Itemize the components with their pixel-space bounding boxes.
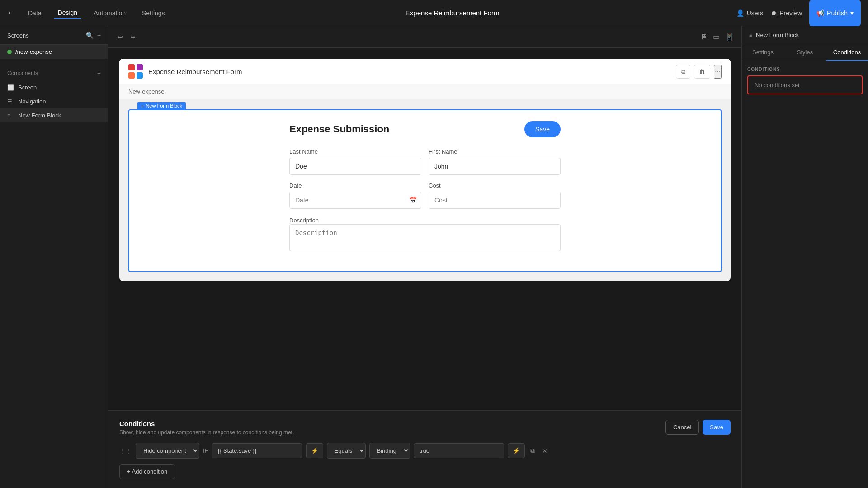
page-title: Expense Reimbursement Form [169,9,736,17]
component-label-icon: ≡ [141,103,144,108]
last-name-input[interactable] [289,158,421,175]
form-block-icon: ≡ [7,113,14,119]
logo-svg [128,64,143,79]
users-icon: 👤 [736,9,744,17]
condition-row: ⋮⋮ Hide component IF ⚡ Equals Binding ⚡ … [119,443,731,459]
search-button[interactable]: 🔍 [86,32,94,39]
date-input[interactable] [289,192,421,209]
description-label: Description [289,217,319,224]
condition-value-input[interactable] [414,443,504,458]
publish-button[interactable]: 📢 Publish ▾ [809,0,861,26]
canvas-area[interactable]: Expense Reimbursement Form ⧉ 🗑 ⋯ New-exp… [108,48,741,410]
svg-rect-3 [137,72,143,79]
form-save-button[interactable]: Save [524,121,561,137]
form-block[interactable]: Expense Submission Save Last Name First … [128,109,722,272]
tab-styles[interactable]: Styles [784,44,826,61]
sidebar-item-screen[interactable]: ⬜ Screen [0,80,108,94]
add-component-button[interactable]: + [97,70,101,77]
desktop-view-button[interactable]: 🖥 [700,33,708,41]
drag-handle[interactable]: ⋮⋮ [119,447,132,455]
navigation-icon: ☰ [7,99,14,105]
form-breadcrumb: New-expense [119,84,731,99]
undo-button[interactable]: ↩ [116,32,125,42]
components-title: Components [7,70,38,76]
form-logo: Expense Reimbursement Form [128,64,242,79]
cancel-conditions-button[interactable]: Cancel [665,420,699,435]
users-label: Users [747,9,764,17]
right-panel-title: New Form Block [756,32,799,38]
save-conditions-button[interactable]: Save [703,420,731,435]
add-screen-button[interactable]: + [97,32,101,39]
add-condition-button[interactable]: + Add condition [119,464,175,479]
tab-data[interactable]: Data [24,8,45,19]
conditions-section-label: CONDITIONS [747,67,863,72]
condition-binding-input[interactable] [212,443,302,458]
svg-rect-1 [137,64,143,70]
preview-icon: ⏺ [770,9,777,17]
svg-rect-0 [128,64,135,70]
no-conditions-box: No conditions set [747,75,863,94]
sidebar-navigation-label: Navigation [18,98,46,105]
tab-design[interactable]: Design [54,7,81,19]
screen-item[interactable]: /new-expense [0,45,108,59]
form-header-actions: ⧉ 🗑 ⋯ [676,65,722,79]
nav-left: ← Data Design Automation Settings [7,7,169,19]
conditions-header: Conditions Show, hide and update compone… [119,420,731,436]
first-name-label: First Name [429,148,561,155]
mobile-view-button[interactable]: 📱 [725,33,734,41]
sidebar-item-navigation[interactable]: ☰ Navigation [0,94,108,108]
form-preview: Expense Reimbursement Form ⧉ 🗑 ⋯ New-exp… [119,59,731,281]
field-first-name: First Name [429,148,561,175]
date-label: Date [289,182,421,189]
form-title: Expense Reimbursement Form [148,68,242,75]
right-conditions-section: CONDITIONS No conditions set [742,61,868,100]
delete-form-button[interactable]: 🗑 [694,65,710,79]
redo-button[interactable]: ↪ [128,32,137,42]
tablet-view-button[interactable]: ▭ [713,33,720,41]
component-label-text: New Form Block [146,103,182,108]
form-row-name: Last Name First Name [289,148,561,175]
more-options-button[interactable]: ⋯ [714,65,722,79]
description-input[interactable] [289,224,561,251]
tab-settings[interactable]: Settings [138,8,169,19]
toolbar-right: 🖥 ▭ 📱 [700,33,734,41]
preview-label: Preview [779,9,802,17]
condition-binding-type[interactable]: Binding [369,443,410,459]
toolbar-left: ↩ ↪ [116,32,137,42]
sidebar-screen-label: Screen [18,84,37,91]
duplicate-form-button[interactable]: ⧉ [676,65,690,79]
form-preview-container: Expense Reimbursement Form ⧉ 🗑 ⋯ New-exp… [119,59,731,281]
binding-lightning-button[interactable]: ⚡ [306,443,323,458]
value-lightning-button[interactable]: ⚡ [508,443,525,458]
conditions-panel: Conditions Show, hide and update compone… [108,410,741,488]
field-date: Date 📅 [289,182,421,209]
condition-action-select[interactable]: Hide component [136,443,199,459]
users-action[interactable]: 👤 Users [736,9,764,17]
copy-condition-button[interactable]: ⧉ [528,445,537,456]
cost-input[interactable] [429,192,561,209]
form-title-row: Expense Submission Save [289,121,561,137]
calendar-icon: 📅 [409,197,417,204]
screen-name: /new-expense [15,48,52,55]
right-panel-component-icon: ≡ [749,32,752,38]
tab-automation[interactable]: Automation [90,8,129,19]
sidebar-item-new-form-block[interactable]: ≡ New Form Block [0,108,108,122]
back-button[interactable]: ← [7,8,15,18]
conditions-actions: Cancel Save [665,420,731,435]
publish-dropdown-icon: ▾ [850,9,854,17]
sidebar-form-block-label: New Form Block [18,112,61,119]
preview-action[interactable]: ⏺ Preview [770,9,802,17]
condition-operator-select[interactable]: Equals [327,443,366,459]
canvas-toolbar: ↩ ↪ 🖥 ▭ 📱 [108,26,741,48]
first-name-input[interactable] [429,158,561,175]
screens-header: Screens 🔍 + [0,26,108,45]
component-label: ≡ New Form Block [137,102,186,109]
right-panel-header: ≡ New Form Block [742,26,868,44]
components-section: Components + ⬜ Screen ☰ Navigation ≡ New… [0,66,108,122]
field-last-name: Last Name [289,148,421,175]
form-block-inner: Expense Submission Save Last Name First … [289,121,561,253]
screen-icon: ⬜ [7,84,14,91]
tab-conditions[interactable]: Conditions [826,44,868,61]
delete-condition-button[interactable]: ✕ [540,446,549,456]
tab-settings[interactable]: Settings [742,44,784,61]
